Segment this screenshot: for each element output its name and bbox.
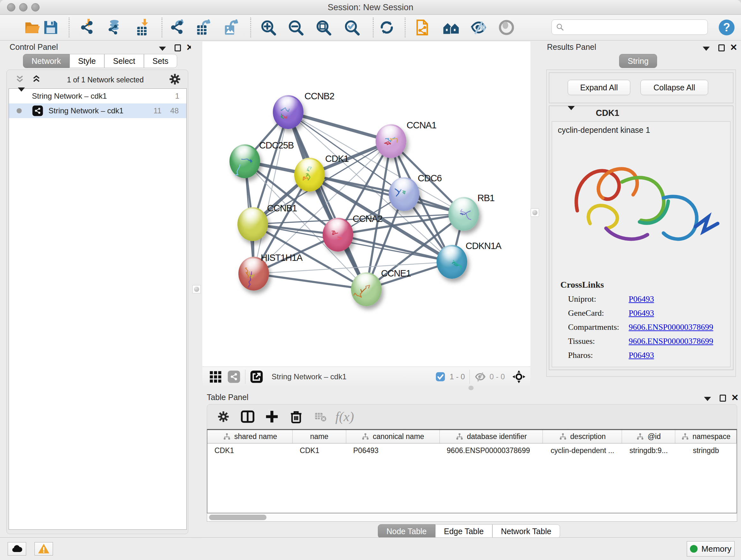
import-table-icon[interactable] (134, 18, 152, 37)
table-scrollbar-thumb[interactable] (209, 515, 266, 520)
table-row[interactable]: CDK1CDK1P064939606.ENSP00000378699cyclin… (207, 443, 737, 457)
expand-all-button[interactable]: Expand All (568, 80, 630, 95)
tab-edge-table[interactable]: Edge Table (435, 524, 492, 538)
network-node-cdk1[interactable] (294, 158, 325, 192)
delete-column-icon[interactable] (288, 409, 304, 425)
tab-network-table[interactable]: Network Table (492, 524, 560, 538)
table-options-gear-icon[interactable] (215, 409, 231, 425)
selected-items-checkbox-icon[interactable] (435, 371, 446, 382)
detach-view-icon[interactable] (250, 370, 263, 383)
memory-button[interactable]: Memory (687, 541, 735, 557)
export-table-icon[interactable] (194, 18, 213, 37)
gene-expander-icon[interactable] (568, 110, 575, 116)
zoom-in-icon[interactable] (259, 18, 278, 37)
right-splitter[interactable] (530, 41, 539, 386)
collection-count: 1 (175, 91, 179, 101)
network-node-ccnb1[interactable] (238, 207, 268, 241)
tab-sets[interactable]: Sets (144, 54, 177, 68)
cloud-status-button[interactable] (8, 542, 26, 556)
search-input[interactable] (564, 22, 708, 32)
zoom-fit-icon[interactable] (314, 18, 333, 37)
show-columns-icon[interactable] (240, 409, 256, 425)
network-node-cdkn1a[interactable] (436, 245, 467, 279)
crosslink-value-link[interactable]: 9606.ENSP00000378699 (629, 322, 713, 332)
tab-string[interactable]: String (619, 54, 657, 68)
export-network-icon[interactable] (167, 18, 186, 37)
home-icon[interactable] (442, 18, 461, 37)
warning-status-button[interactable] (35, 542, 53, 556)
network-canvas[interactable]: CCNB2CCNA1CDC25BCDK1CDC6RB1CCNB1CCNA2CDK… (202, 42, 530, 367)
import-network-icon[interactable] (77, 18, 96, 37)
column-header-description[interactable]: description (543, 430, 622, 443)
network-node-cdc25b[interactable] (229, 144, 260, 178)
window-title: Session: New Session (0, 3, 741, 12)
network-node-ccne1[interactable] (351, 272, 382, 306)
right-splitter-grip[interactable] (531, 208, 539, 217)
control-panel-float-icon[interactable] (172, 43, 183, 53)
collection-expander-icon[interactable] (18, 91, 25, 101)
network-node-cdc6[interactable] (389, 177, 419, 211)
tab-node-table[interactable]: Node Table (378, 524, 435, 538)
add-column-icon[interactable] (264, 409, 280, 425)
gene-section-header[interactable]: CDK1 (549, 106, 733, 120)
horizontal-splitter[interactable] (202, 386, 741, 390)
column-header-canonical-name[interactable]: canonical name (346, 430, 440, 443)
node-table[interactable]: shared namenamecanonical namedatabase id… (207, 429, 737, 513)
apply-layout-icon[interactable] (378, 18, 396, 37)
left-splitter[interactable] (191, 41, 202, 537)
tab-style[interactable]: Style (70, 54, 105, 68)
results-panel-close-icon[interactable]: ✕ (728, 43, 739, 52)
hidden-items-eye-icon[interactable] (474, 371, 486, 383)
import-network-database-icon[interactable] (105, 18, 123, 37)
network-options-gear-icon[interactable] (169, 73, 181, 86)
network-thumbnail-icon[interactable] (227, 370, 241, 383)
network-node-ccna1[interactable] (376, 124, 406, 158)
collapse-all-button[interactable]: Collapse All (641, 80, 708, 95)
table-panel-menu-icon[interactable] (702, 394, 713, 403)
hide-selection-eye-icon[interactable] (469, 18, 488, 37)
crosslink-value-link[interactable]: 9606.ENSP00000378699 (629, 336, 713, 346)
open-session-icon[interactable] (23, 18, 42, 37)
zoom-selected-icon[interactable] (343, 18, 361, 37)
network-node-ccna2[interactable] (323, 218, 353, 252)
results-panel-float-icon[interactable] (716, 43, 727, 53)
crosslink-value-link[interactable]: P06493 (629, 294, 654, 304)
crosslink-value-link[interactable]: P06493 (629, 351, 654, 360)
toolbar-separator (69, 17, 70, 37)
tab-network[interactable]: Network (23, 54, 70, 68)
column-header-namespace[interactable]: namespace (675, 430, 737, 443)
control-panel-menu-icon[interactable] (157, 44, 168, 53)
export-image-icon[interactable] (222, 18, 241, 37)
crosslink-label: Uniprot: (568, 294, 629, 304)
fit-selected-crosshair-icon[interactable] (512, 370, 526, 384)
expand-all-networks-icon[interactable] (31, 74, 42, 86)
column-header--id[interactable]: @id (622, 430, 675, 443)
network-node-ccnb2[interactable] (273, 95, 304, 129)
table-panel-close-icon[interactable]: ✕ (730, 393, 740, 402)
results-panel-menu-icon[interactable] (701, 44, 712, 53)
network-collection-row[interactable]: String Network – cdk1 1 (9, 89, 186, 104)
column-header-shared-name[interactable]: shared name (207, 430, 293, 443)
tab-select[interactable]: Select (105, 54, 144, 68)
search-field[interactable] (551, 19, 708, 35)
crosslink-label: Pharos: (568, 351, 629, 360)
left-splitter-grip[interactable] (192, 285, 201, 294)
grid-view-icon[interactable] (209, 370, 222, 383)
network-row[interactable]: String Network – cdk1 11 48 (9, 104, 186, 118)
graphics-details-icon[interactable] (497, 18, 516, 37)
crosslink-value-link[interactable]: P06493 (629, 308, 654, 318)
save-session-icon[interactable] (42, 18, 60, 37)
table-toolbar: f(x) (207, 404, 737, 429)
zoom-out-icon[interactable] (286, 18, 305, 37)
horizontal-splitter-grip[interactable] (468, 386, 474, 390)
new-network-from-selection-icon[interactable] (413, 18, 431, 37)
table-cell: 9606.ENSP00000378699 (440, 446, 543, 455)
table-horizontal-scrollbar[interactable] (207, 513, 737, 522)
column-header-database-identifier[interactable]: database identifier (440, 430, 543, 443)
network-node-rb1[interactable] (448, 197, 479, 231)
table-panel-float-icon[interactable] (718, 393, 728, 403)
column-header-name[interactable]: name (293, 430, 346, 443)
network-label: String Network – cdk1 (49, 106, 124, 115)
help-icon[interactable]: ? (718, 18, 736, 37)
collapse-all-networks-icon[interactable] (14, 74, 25, 86)
